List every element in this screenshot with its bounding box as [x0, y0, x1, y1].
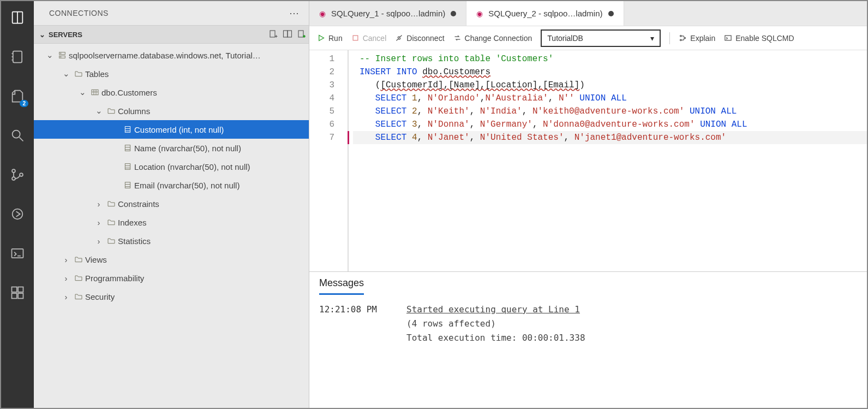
- code-line[interactable]: SELECT 2, N'Keith', N'India', N'keith0@a…: [353, 105, 867, 118]
- messages-panel: Messages 12:21:08 PM Started executing q…: [309, 271, 867, 408]
- object-explorer-tree: ⌄sqlpoolservername.database.windows.net,…: [34, 44, 309, 408]
- panel-more-icon[interactable]: ⋯: [289, 7, 300, 19]
- dirty-indicator-icon: [451, 11, 456, 16]
- tree-item[interactable]: ›Statistics: [34, 232, 309, 250]
- editor-tab[interactable]: ◉SQLQuery_2 - sqlpoo…ladmin): [466, 1, 624, 26]
- svg-rect-17: [18, 293, 23, 298]
- expander-icon: ⌄: [76, 87, 88, 97]
- message-line-2: (4 rows affected): [406, 317, 585, 331]
- activity-search-icon[interactable]: [5, 123, 29, 147]
- messages-body: 12:21:08 PM Started executing query at L…: [309, 295, 867, 408]
- line-number: 5: [309, 105, 334, 118]
- svg-rect-15: [18, 287, 23, 292]
- expander-icon: ›: [93, 218, 105, 227]
- explorer-badge: 2: [20, 100, 28, 107]
- editor-tab[interactable]: ◉SQLQuery_1 - sqlpoo…ladmin): [309, 1, 466, 26]
- svg-point-49: [680, 39, 682, 41]
- tree-item[interactable]: ⌄sqlpoolservername.database.windows.net,…: [34, 46, 309, 64]
- expander-icon: ›: [60, 255, 72, 264]
- tree-item-label: Tables: [85, 69, 109, 79]
- svg-rect-33: [125, 127, 130, 133]
- activity-extensions-icon[interactable]: [5, 281, 29, 305]
- tab-label: SQLQuery_1 - sqlpoo…ladmin): [331, 9, 445, 18]
- column-icon: [121, 144, 134, 152]
- run-button[interactable]: Run: [317, 34, 343, 43]
- tree-item-label: Columns: [118, 106, 150, 116]
- activity-notebook-icon[interactable]: [5, 45, 29, 69]
- tree-item[interactable]: Email (nvarchar(50), not null): [34, 176, 309, 194]
- code-line[interactable]: SELECT 1, N'Orlando',N'Australia', N'' U…: [353, 92, 867, 105]
- folder-icon: [72, 292, 85, 301]
- message-line-3: Total execution time: 00:00:01.338: [406, 331, 585, 345]
- database-icon: ◉: [319, 9, 326, 18]
- code-line[interactable]: ([CustomerId],[Name],[Location],[Email]): [353, 79, 867, 92]
- messages-tab[interactable]: Messages: [319, 277, 364, 295]
- column-icon: [121, 162, 134, 171]
- tree-item[interactable]: ›Security: [34, 287, 309, 306]
- activity-explorer-icon[interactable]: 2: [5, 84, 29, 108]
- tree-item[interactable]: Location (nvarchar(50), not null): [34, 157, 309, 176]
- svg-rect-18: [270, 31, 275, 37]
- folder-icon: [72, 274, 85, 282]
- code-editor[interactable]: 1234567 -- Insert rows into table 'Custo…: [309, 50, 867, 271]
- tree-item[interactable]: ›Programmability: [34, 269, 309, 287]
- expander-icon: ›: [60, 292, 72, 301]
- tree-item-label: Location (nvarchar(50), not null): [134, 162, 250, 171]
- new-group-icon[interactable]: [280, 29, 295, 40]
- expander-icon: ⌄: [44, 50, 56, 60]
- tree-item[interactable]: ›Views: [34, 250, 309, 269]
- explain-button[interactable]: Explain: [679, 34, 715, 43]
- servers-section-header[interactable]: ⌄ SERVERS: [34, 25, 309, 44]
- folder-icon: [105, 218, 118, 227]
- panel-header: CONNECTIONS ⋯: [34, 1, 309, 25]
- folder-icon: [105, 199, 118, 208]
- svg-point-6: [13, 131, 20, 138]
- line-number-gutter: 1234567: [309, 50, 348, 271]
- chevron-down-icon: ⌄: [39, 31, 45, 39]
- expander-icon: ›: [93, 236, 105, 246]
- code-line[interactable]: -- Insert rows into table 'Customers': [353, 52, 867, 66]
- tree-item-label: CustomerId (int, not null): [134, 125, 224, 134]
- tree-item-label: dbo.Customers: [101, 88, 157, 97]
- toolbar-separator: [669, 32, 670, 44]
- code-line[interactable]: SELECT 3, N'Donna', N'Germany', N'donna0…: [353, 118, 867, 131]
- svg-point-8: [12, 169, 15, 173]
- svg-rect-21: [284, 31, 288, 37]
- new-connection-icon[interactable]: [266, 29, 280, 40]
- editor-area: ◉SQLQuery_1 - sqlpoo…ladmin)◉SQLQuery_2 …: [309, 1, 867, 408]
- activity-terminal-icon[interactable]: [5, 241, 29, 265]
- tree-item[interactable]: Name (nvarchar(50), not null): [34, 139, 309, 157]
- code-line[interactable]: INSERT INTO dbo.Customers: [353, 66, 867, 79]
- activity-connections-icon[interactable]: [5, 5, 29, 29]
- activity-source-control-icon[interactable]: [5, 163, 29, 187]
- message-timestamp: 12:21:08 PM: [319, 303, 385, 345]
- column-icon: [121, 125, 134, 134]
- svg-line-7: [20, 138, 23, 141]
- tree-item-label: Programmability: [85, 274, 144, 283]
- svg-point-9: [12, 177, 15, 180]
- activity-debug-icon[interactable]: [5, 202, 29, 226]
- tree-item[interactable]: ⌄Tables: [34, 64, 309, 83]
- editor-tabs: ◉SQLQuery_1 - sqlpoo…ladmin)◉SQLQuery_2 …: [309, 1, 867, 26]
- change-connection-button[interactable]: Change Connection: [453, 34, 532, 43]
- svg-rect-39: [125, 164, 130, 170]
- tree-item[interactable]: ⌄dbo.Customers: [34, 83, 309, 102]
- connections-panel: CONNECTIONS ⋯ ⌄ SERVERS ⌄sqlpoolserverna…: [34, 1, 309, 408]
- svg-point-11: [13, 209, 23, 220]
- message-line-1: Started executing query at Line 1: [406, 304, 580, 315]
- tree-item[interactable]: ⌄Columns: [34, 102, 309, 120]
- enable-sqlcmd-button[interactable]: Enable SQLCMD: [724, 34, 794, 43]
- code-content[interactable]: -- Insert rows into table 'Customers'INS…: [348, 50, 867, 271]
- tree-item[interactable]: CustomerId (int, not null): [34, 120, 309, 139]
- svg-rect-12: [12, 249, 23, 258]
- tree-item[interactable]: ›Constraints: [34, 194, 309, 213]
- svg-point-48: [680, 35, 682, 37]
- tree-item[interactable]: ›Indexes: [34, 213, 309, 232]
- svg-rect-16: [12, 293, 17, 298]
- new-query-icon[interactable]: [295, 29, 309, 40]
- disconnect-button[interactable]: Disconnect: [395, 34, 444, 43]
- svg-point-27: [61, 53, 61, 54]
- folder-icon: [72, 255, 85, 264]
- code-line[interactable]: SELECT 4, N'Janet', N'United States', N'…: [353, 131, 867, 144]
- database-select[interactable]: TutorialDB ▾: [541, 29, 661, 47]
